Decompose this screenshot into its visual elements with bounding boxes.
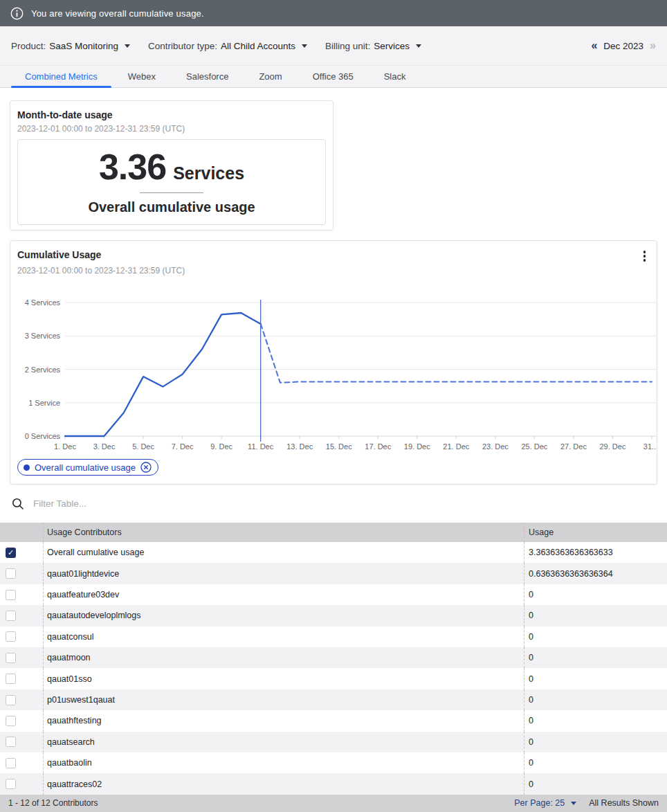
product-dropdown[interactable]: Product: SaaS Monitoring bbox=[11, 41, 130, 51]
table-row[interactable]: qauattraces020 bbox=[0, 773, 667, 794]
y-axis-label: 0 Services bbox=[25, 432, 61, 440]
x-axis-label: 25. Dec bbox=[521, 442, 547, 451]
x-axis-label: 31.... bbox=[643, 442, 657, 451]
per-page-dropdown[interactable]: Per Page: 25 bbox=[514, 798, 576, 808]
billing-unit-value: Services bbox=[374, 41, 410, 51]
row-checkbox-cell bbox=[0, 563, 43, 584]
row-checkbox-cell bbox=[0, 605, 43, 626]
y-axis-label: 2 Services bbox=[25, 366, 61, 374]
tab-slack[interactable]: Slack bbox=[369, 66, 421, 87]
contributor-name: qauatbaolin bbox=[43, 752, 524, 773]
contributor-usage: 0 bbox=[524, 689, 667, 710]
billing-unit-label: Billing unit: bbox=[325, 41, 370, 51]
row-checkbox-cell bbox=[0, 689, 43, 710]
contributor-usage: 0 bbox=[524, 773, 667, 794]
row-checkbox[interactable] bbox=[6, 590, 16, 600]
row-checkbox[interactable] bbox=[6, 674, 16, 684]
row-checkbox[interactable]: ✓ bbox=[6, 548, 16, 558]
table-row[interactable]: qauat01sso0 bbox=[0, 668, 667, 689]
header-checkbox-cell bbox=[0, 523, 43, 542]
contributors-count: 1 - 12 of 12 Contributors bbox=[8, 798, 98, 808]
row-checkbox-cell bbox=[0, 710, 43, 731]
contributor-name: p01uswest1qauat bbox=[43, 689, 524, 710]
x-axis-label: 5. Dec bbox=[132, 442, 154, 451]
row-checkbox-cell bbox=[0, 773, 43, 794]
contributor-usage: 0 bbox=[524, 647, 667, 668]
tab-salesforce[interactable]: Salesforce bbox=[171, 66, 244, 87]
row-checkbox[interactable] bbox=[6, 758, 16, 768]
row-checkbox-cell bbox=[0, 668, 43, 689]
chevron-down-icon bbox=[125, 44, 130, 48]
y-axis-label: 1 Service bbox=[28, 399, 60, 407]
table-row[interactable]: qauatsearch0 bbox=[0, 732, 667, 752]
contributor-name: qauathftesting bbox=[43, 710, 524, 731]
x-axis-label: 17. Dec bbox=[365, 442, 391, 451]
x-axis-label: 19. Dec bbox=[404, 442, 430, 451]
divider bbox=[140, 192, 203, 193]
contributor-name: qauatmoon bbox=[43, 647, 524, 668]
column-usage-contributors: Usage Contributors bbox=[43, 523, 524, 542]
contributor-name: qauatfeature03dev bbox=[43, 584, 524, 605]
kebab-menu-icon[interactable] bbox=[639, 249, 650, 263]
y-axis-label: 3 Services bbox=[25, 332, 61, 340]
contributor-name: qauatautodeveloplmlogs bbox=[43, 605, 524, 626]
row-checkbox[interactable] bbox=[6, 695, 16, 705]
next-month-button[interactable]: » bbox=[650, 39, 656, 52]
product-value: SaaS Monitoring bbox=[49, 41, 118, 51]
x-axis-label: 29. Dec bbox=[600, 442, 626, 451]
contributor-usage: 0 bbox=[524, 584, 667, 605]
table-row[interactable]: qauatconsul0 bbox=[0, 626, 667, 647]
chart-series-solid bbox=[65, 313, 261, 436]
y-axis-label: 4 Services bbox=[25, 298, 61, 307]
search-icon bbox=[12, 498, 24, 510]
remove-series-icon[interactable] bbox=[140, 462, 152, 473]
billing-unit-dropdown[interactable]: Billing unit: Services bbox=[325, 41, 421, 51]
table-row[interactable]: qauathftesting0 bbox=[0, 710, 667, 731]
filter-table-input[interactable] bbox=[33, 498, 655, 509]
tab-office-365[interactable]: Office 365 bbox=[298, 66, 369, 87]
contributor-type-dropdown[interactable]: Contributor type: All Child Accounts bbox=[148, 41, 307, 51]
x-axis-label: 9. Dec bbox=[210, 442, 232, 451]
row-checkbox[interactable] bbox=[6, 611, 16, 621]
x-axis-label: 3. Dec bbox=[93, 442, 116, 451]
table-row[interactable]: qauat01lightdevice0.6363636363636364 bbox=[0, 563, 667, 584]
tab-combined-metrics[interactable]: Combined Metrics bbox=[10, 66, 113, 87]
chart-card-date-range: 2023-12-01 00:00 to 2023-12-31 23:59 (UT… bbox=[10, 266, 657, 276]
contributor-type-value: All Child Accounts bbox=[221, 41, 295, 51]
row-checkbox[interactable] bbox=[6, 653, 16, 663]
row-checkbox[interactable] bbox=[6, 631, 16, 642]
tab-zoom[interactable]: Zoom bbox=[244, 66, 297, 87]
legend-chip[interactable]: Overall cumulative usage bbox=[17, 459, 158, 476]
x-axis-label: 27. Dec bbox=[560, 442, 587, 451]
row-checkbox-cell bbox=[0, 647, 43, 668]
contributor-name: qauat01sso bbox=[43, 668, 524, 689]
tab-webex[interactable]: Webex bbox=[113, 66, 171, 87]
prev-month-button[interactable]: « bbox=[591, 39, 597, 52]
x-axis-label: 7. Dec bbox=[172, 442, 194, 451]
contributor-name: qauat01lightdevice bbox=[43, 563, 524, 584]
row-checkbox-cell bbox=[0, 584, 43, 605]
table-row[interactable]: qauatfeature03dev0 bbox=[0, 584, 667, 605]
contributor-usage: 0 bbox=[524, 710, 667, 731]
row-checkbox[interactable] bbox=[6, 779, 16, 789]
table-row[interactable]: ✓Overall cumulative usage3.3636363636363… bbox=[0, 542, 667, 563]
row-checkbox-cell bbox=[0, 626, 43, 647]
month-usage-caption: Overall cumulative usage bbox=[88, 199, 255, 215]
date-navigation: « Dec 2023 » bbox=[591, 39, 656, 52]
table-body: ✓Overall cumulative usage3.3636363636363… bbox=[0, 542, 667, 795]
table-row[interactable]: qauatautodeveloplmlogs0 bbox=[0, 605, 667, 626]
table-row[interactable]: qauatmoon0 bbox=[0, 647, 667, 668]
table-row[interactable]: p01uswest1qauat0 bbox=[0, 689, 667, 710]
chevron-down-icon bbox=[416, 44, 421, 48]
contributor-usage: 3.3636363636363633 bbox=[524, 542, 667, 563]
row-checkbox[interactable] bbox=[6, 716, 16, 726]
table-row[interactable]: qauatbaolin0 bbox=[0, 752, 667, 773]
row-checkbox[interactable] bbox=[6, 568, 16, 579]
row-checkbox[interactable] bbox=[6, 737, 16, 747]
x-axis-label: 21. Dec bbox=[443, 442, 469, 451]
contributor-name: Overall cumulative usage bbox=[43, 542, 524, 563]
month-usage-unit: Services bbox=[173, 163, 244, 183]
table-header: Usage Contributors Usage bbox=[0, 523, 667, 542]
x-axis-label: 13. Dec bbox=[286, 442, 313, 451]
table-search-row bbox=[0, 485, 667, 523]
